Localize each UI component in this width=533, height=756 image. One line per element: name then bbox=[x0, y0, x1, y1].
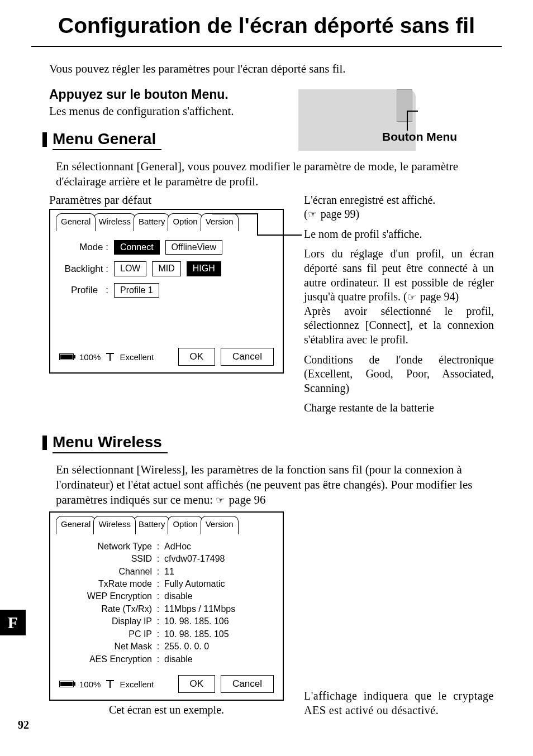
info-value: Fully Automatic bbox=[162, 578, 273, 590]
info-key: PC IP bbox=[60, 629, 154, 640]
backlight-high-button[interactable]: HIGH bbox=[187, 261, 221, 276]
wireless-para: En sélectionnant [Wireless], les paramèt… bbox=[56, 462, 502, 508]
info-value: 255. 0. 0. 0 bbox=[162, 641, 273, 652]
tab-version[interactable]: Version bbox=[201, 516, 239, 534]
info-row: SSID:cfvdw07-17498 bbox=[60, 553, 273, 564]
backlight-low-button[interactable]: LOW bbox=[114, 261, 146, 276]
language-tab: F bbox=[0, 610, 26, 635]
info-key: Channel bbox=[60, 566, 154, 577]
tab-wireless[interactable]: Wireless bbox=[93, 516, 136, 534]
info-value: AdHoc bbox=[162, 541, 273, 552]
info-row: Display IP: 10. 98. 185. 106 bbox=[60, 616, 273, 627]
info-key: AES Encryption bbox=[60, 654, 154, 665]
info-row: WEP Encryption:disable bbox=[60, 591, 273, 602]
general-panel: General Wireless Battery Option Version … bbox=[49, 209, 284, 374]
info-key: Net Mask bbox=[60, 641, 154, 652]
backlight-label: Backlight : bbox=[60, 263, 108, 275]
info-row: Rate (Tx/Rx):11Mbps / 11Mbps bbox=[60, 604, 273, 615]
battery-percent: 100% bbox=[79, 679, 101, 690]
page-number: 92 bbox=[18, 719, 29, 731]
button-menu-label: Bouton Menu bbox=[382, 130, 457, 145]
pointer-icon bbox=[407, 290, 417, 303]
info-key: Network Type bbox=[60, 541, 154, 552]
page-title: Configuration de l'écran déporté sans fi… bbox=[0, 13, 533, 38]
ok-button[interactable]: OK bbox=[178, 675, 216, 693]
tab-wireless[interactable]: Wireless bbox=[93, 213, 136, 231]
intro-text: Vous pouvez régler les paramètres pour l… bbox=[49, 61, 502, 76]
info-value: 11Mbps / 11Mbps bbox=[162, 604, 273, 615]
wireless-caption: Cet écran est un exemple. bbox=[49, 703, 284, 717]
battery-icon bbox=[59, 353, 74, 360]
device-diagram: Bouton Menu bbox=[298, 89, 466, 156]
signal-icon bbox=[106, 680, 114, 688]
section-heading-general: Menu General bbox=[53, 129, 161, 150]
pointer-icon bbox=[308, 208, 318, 220]
signal-status: Excellent bbox=[120, 352, 154, 362]
mode-offline-button[interactable]: OfflineView bbox=[165, 240, 222, 255]
mode-label: Mode : bbox=[60, 241, 108, 253]
battery-icon bbox=[59, 681, 74, 687]
info-key: WEP Encryption bbox=[60, 591, 154, 602]
aes-note: L'affichage indiquera que le cryptage AE… bbox=[304, 688, 494, 717]
info-value: 11 bbox=[162, 566, 273, 577]
info-row: Net Mask:255. 0. 0. 0 bbox=[60, 641, 273, 652]
profile-label: Profile : bbox=[60, 284, 108, 296]
info-row: PC IP: 10. 98. 185. 105 bbox=[60, 629, 273, 640]
profile-select[interactable]: Profile 1 bbox=[114, 283, 159, 298]
info-value: disable bbox=[162, 654, 273, 665]
signal-icon bbox=[106, 353, 114, 361]
info-value: 10. 98. 185. 106 bbox=[162, 616, 273, 627]
general-callouts: L'écran enregistré est affiché.( page 99… bbox=[304, 193, 494, 421]
info-value: 10. 98. 185. 105 bbox=[162, 629, 273, 640]
tab-option[interactable]: Option bbox=[168, 213, 202, 231]
pointer-icon bbox=[216, 493, 226, 506]
info-value: cfvdw07-17498 bbox=[162, 553, 273, 564]
info-row: Network Type:AdHoc bbox=[60, 541, 273, 552]
cancel-button[interactable]: Cancel bbox=[221, 348, 274, 366]
tab-option[interactable]: Option bbox=[168, 516, 202, 534]
info-row: AES Encryption:disable bbox=[60, 654, 273, 665]
tab-battery[interactable]: Battery bbox=[134, 213, 170, 231]
cancel-button[interactable]: Cancel bbox=[221, 675, 274, 693]
tab-version[interactable]: Version bbox=[201, 213, 239, 231]
section-bar-icon bbox=[42, 436, 47, 450]
info-value: disable bbox=[162, 591, 273, 602]
section-bar-icon bbox=[42, 132, 47, 147]
tab-battery[interactable]: Battery bbox=[134, 516, 170, 534]
info-row: Channel:11 bbox=[60, 566, 273, 577]
backlight-mid-button[interactable]: MID bbox=[152, 261, 180, 276]
mode-connect-button[interactable]: Connect bbox=[114, 240, 160, 255]
tab-general[interactable]: General bbox=[56, 213, 96, 231]
general-para: En sélectionnant [General], vous pouvez … bbox=[56, 159, 502, 189]
tab-general[interactable]: General bbox=[56, 516, 96, 534]
battery-percent: 100% bbox=[79, 352, 101, 362]
info-key: SSID bbox=[60, 553, 154, 564]
section-heading-wireless: Menu Wireless bbox=[53, 432, 168, 453]
info-row: TxRate mode:Fully Automatic bbox=[60, 578, 273, 590]
signal-status: Excellent bbox=[120, 679, 154, 690]
info-key: TxRate mode bbox=[60, 578, 154, 590]
tab-bar: General Wireless Battery Option Version bbox=[50, 513, 283, 534]
info-key: Rate (Tx/Rx) bbox=[60, 604, 154, 615]
wireless-panel: General Wireless Battery Option Version … bbox=[49, 511, 284, 701]
info-key: Display IP bbox=[60, 616, 154, 627]
ok-button[interactable]: OK bbox=[178, 348, 216, 366]
